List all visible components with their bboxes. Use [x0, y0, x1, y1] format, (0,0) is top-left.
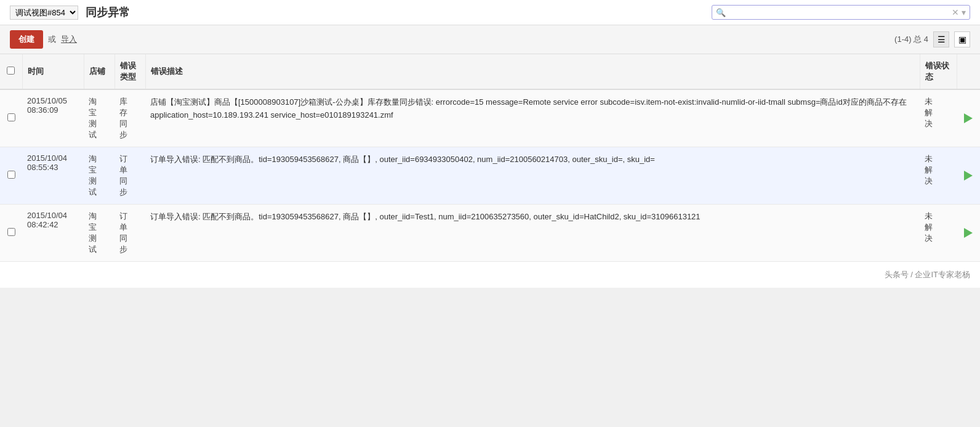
row-action[interactable]: [957, 89, 980, 147]
row-shop: 淘宝测试: [84, 205, 114, 262]
row-errdesc: 订单导入错误: 匹配不到商品。tid=193059453568627, 商品【】…: [145, 205, 920, 262]
row-errdesc: 订单导入错误: 匹配不到商品。tid=193059453568627, 商品【】…: [145, 147, 920, 205]
arrow-right-icon: [964, 228, 973, 238]
col-header-shop: 店铺: [84, 54, 114, 89]
page-title: 同步异常: [86, 5, 704, 20]
watermark: 头条号 / 企业IT专家老杨: [0, 262, 980, 288]
row-action-button[interactable]: [962, 169, 975, 182]
col-header-check: [0, 54, 22, 89]
col-header-errtype: 错误类型: [114, 54, 145, 89]
row-errstatus: 未解决: [920, 89, 957, 147]
row-checkbox[interactable]: [7, 171, 15, 179]
create-button[interactable]: 创建: [10, 30, 43, 49]
row-shop: 淘宝测试: [84, 147, 114, 205]
list-view-button[interactable]: ☰: [933, 31, 949, 47]
debug-select[interactable]: 调试视图#854: [10, 6, 78, 20]
select-all-checkbox[interactable]: [7, 67, 15, 75]
row-errtype: 订单同步: [114, 205, 145, 262]
table-row: 2015/10/0508:36:09 淘宝测试 库存同步 店铺【淘宝测试】商品【…: [0, 89, 980, 147]
row-checkbox-cell: [0, 147, 22, 205]
row-time: 2015/10/0408:42:42: [22, 205, 84, 262]
data-table-wrap: 时间 店铺 错误类型 错误描述 错误状态 2015/10/0508:36:09 …: [0, 54, 980, 262]
col-header-errstatus: 错误状态: [920, 54, 957, 89]
arrow-right-icon: [964, 113, 973, 123]
row-checkbox-cell: [0, 89, 22, 147]
search-box: 🔍 ✕ ▾: [712, 5, 970, 20]
search-input[interactable]: [728, 8, 952, 17]
row-checkbox[interactable]: [7, 228, 15, 236]
row-shop: 淘宝测试: [84, 89, 114, 147]
col-header-time: 时间: [22, 54, 84, 89]
row-errtype: 订单同步: [114, 147, 145, 205]
row-errstatus: 未解决: [920, 205, 957, 262]
row-errdesc: 店铺【淘宝测试】商品【[1500008903107]沙箱测试-公办桌】库存数量同…: [145, 89, 920, 147]
pagination-info: (1-4) 总 4: [894, 34, 928, 45]
table-body: 2015/10/0508:36:09 淘宝测试 库存同步 店铺【淘宝测试】商品【…: [0, 89, 980, 262]
arrow-right-icon: [964, 171, 973, 181]
header: 调试视图#854 同步异常 🔍 ✕ ▾: [0, 0, 980, 25]
table-row: 2015/10/0408:42:42 淘宝测试 订单同步 订单导入错误: 匹配不…: [0, 205, 980, 262]
row-action[interactable]: [957, 147, 980, 205]
row-action-button[interactable]: [962, 112, 975, 125]
table-header-row: 时间 店铺 错误类型 错误描述 错误状态: [0, 54, 980, 89]
row-checkbox-cell: [0, 205, 22, 262]
toolbar: 创建 或 导入 (1-4) 总 4 ☰ ▣: [0, 25, 980, 54]
row-action[interactable]: [957, 205, 980, 262]
row-time: 2015/10/0408:55:43: [22, 147, 84, 205]
clear-search-icon[interactable]: ✕ ▾: [952, 7, 966, 17]
or-label: 或: [48, 34, 56, 45]
search-icon: 🔍: [716, 8, 726, 17]
row-errtype: 库存同步: [114, 89, 145, 147]
debug-view: 调试视图#854: [10, 6, 78, 20]
import-link[interactable]: 导入: [61, 34, 77, 45]
toolbar-right: (1-4) 总 4 ☰ ▣: [894, 31, 970, 47]
row-time: 2015/10/0508:36:09: [22, 89, 84, 147]
row-action-button[interactable]: [962, 226, 975, 240]
grid-view-button[interactable]: ▣: [954, 31, 970, 47]
col-header-errdesc: 错误描述: [145, 54, 920, 89]
row-errstatus: 未解决: [920, 147, 957, 205]
table-row: 2015/10/0408:55:43 淘宝测试 订单同步 订单导入错误: 匹配不…: [0, 147, 980, 205]
data-table: 时间 店铺 错误类型 错误描述 错误状态 2015/10/0508:36:09 …: [0, 54, 980, 262]
row-checkbox[interactable]: [7, 113, 15, 121]
col-header-action: [957, 54, 980, 89]
